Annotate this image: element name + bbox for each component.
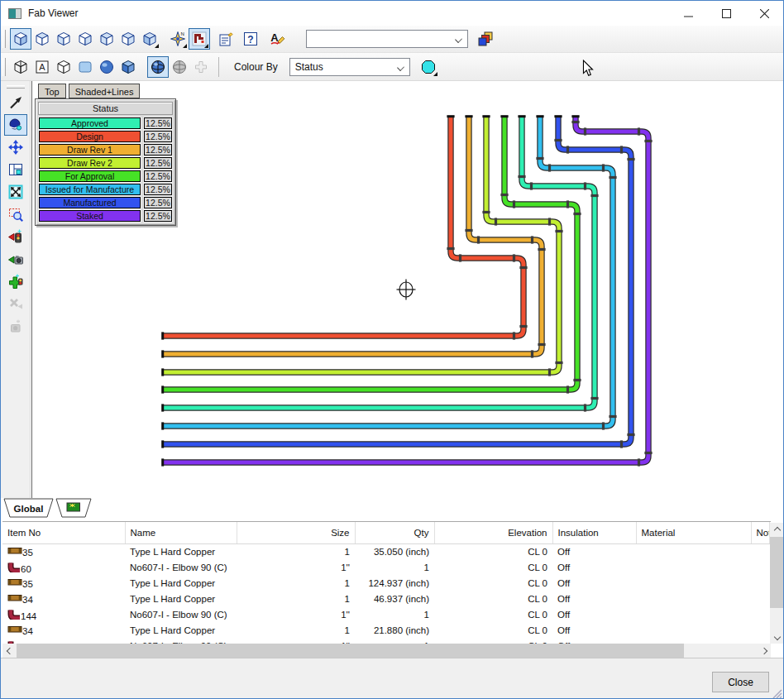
- vertical-scroll-thumb[interactable]: [770, 537, 784, 608]
- sheet-tab-global[interactable]: Global: [4, 499, 53, 517]
- view-cube-2-button[interactable]: [31, 28, 53, 50]
- render-toolbar: A Colour By Status: [1, 53, 783, 81]
- view-cube-3-button[interactable]: [53, 28, 74, 50]
- item-elevation: CL 0: [434, 560, 552, 576]
- orbit-button[interactable]: [4, 114, 27, 136]
- horizontal-scroll-thumb[interactable]: [17, 644, 684, 658]
- column-header-name[interactable]: Name: [125, 522, 237, 543]
- minimize-button[interactable]: [669, 1, 707, 26]
- hide-item-button[interactable]: [4, 226, 27, 247]
- pipe-icon: [7, 625, 22, 634]
- colour-swatch-button[interactable]: [418, 56, 439, 78]
- column-header-item-no[interactable]: Item No: [2, 522, 125, 543]
- chevron-down-icon: [397, 64, 404, 71]
- job-properties-button[interactable]: [215, 28, 237, 50]
- crosshair-icon: [193, 59, 209, 75]
- render-shaded-lines-button[interactable]: [147, 56, 169, 78]
- dropdown-corner-icon: [183, 44, 187, 48]
- scroll-left-button[interactable]: [2, 644, 17, 658]
- help-button[interactable]: ?: [240, 28, 261, 50]
- render-shaded-cube-button[interactable]: [117, 56, 139, 78]
- view-cube-4-button[interactable]: [74, 28, 96, 50]
- render-hidden-line-button[interactable]: A: [31, 56, 53, 78]
- vertical-scrollbar[interactable]: [770, 523, 784, 644]
- render-unshaded-button[interactable]: [53, 56, 74, 78]
- item-material: [636, 607, 751, 623]
- item-notes: [751, 623, 769, 639]
- render-flat-button[interactable]: [74, 56, 96, 78]
- add-item-button[interactable]: [4, 271, 27, 292]
- select-arrow-button[interactable]: [4, 92, 27, 113]
- dropdown-corner-icon: [204, 44, 208, 48]
- pan-button[interactable]: [4, 136, 27, 158]
- column-header-insulation[interactable]: Insulation: [552, 522, 636, 543]
- zoom-window-button[interactable]: [4, 203, 27, 225]
- footer-bar: Close: [1, 658, 783, 699]
- toolbar-grip[interactable]: [2, 58, 6, 76]
- scroll-down-button[interactable]: [770, 630, 784, 644]
- close-window-button[interactable]: [745, 1, 783, 26]
- maximize-button[interactable]: [707, 1, 745, 26]
- search-combobox[interactable]: [306, 30, 468, 48]
- colour-by-value: Status: [295, 61, 323, 73]
- view-cube-iso-button[interactable]: [10, 28, 31, 50]
- view-cube-5-button[interactable]: [96, 28, 117, 50]
- item-no: 35: [22, 548, 33, 558]
- render-smooth-button[interactable]: [96, 56, 117, 78]
- item-size: 1: [237, 576, 355, 591]
- view-cube-6-button[interactable]: [117, 28, 139, 50]
- items-table-body[interactable]: 35 Type L Hard Copper 1 35.050 (inch) CL…: [2, 544, 769, 644]
- pipe-run-design[interactable]: [161, 115, 527, 339]
- show-item-button[interactable]: [4, 248, 27, 270]
- render-shaded-lines-gray-button[interactable]: [169, 56, 190, 78]
- table-row[interactable]: 34 Type L Hard Copper 1 21.880 (inch) CL…: [2, 623, 769, 639]
- column-header-qty[interactable]: Qty: [355, 522, 434, 543]
- table-row[interactable]: 60 No607-I - Elbow 90 (C) 1'' 1 CL 0 Off: [2, 560, 769, 576]
- item-qty: 35.050 (inch): [355, 544, 434, 560]
- svg-text:?: ?: [247, 34, 253, 45]
- elbow-item-icon: [7, 564, 21, 574]
- table-row[interactable]: 34 Type L Hard Copper 1 46.937 (inch) CL…: [2, 591, 769, 607]
- view-cube-2-icon: [34, 31, 50, 47]
- scroll-right-button[interactable]: [757, 644, 771, 658]
- sheet-tabs: Global: [1, 498, 783, 521]
- render-unshaded-icon: [55, 59, 72, 75]
- legend-row: Draw Rev 2 12.5%: [38, 156, 173, 170]
- horizontal-scrollbar[interactable]: [2, 644, 771, 658]
- pipe-run-issued-for-manufacture[interactable]: [161, 115, 616, 429]
- toolbar-grip[interactable]: [2, 30, 6, 48]
- item-no: 60: [21, 564, 31, 574]
- toolbar-separator: [218, 57, 219, 77]
- view-tab-top[interactable]: Top: [38, 84, 66, 98]
- pipe-run-approved[interactable]: [161, 115, 598, 411]
- column-header-not[interactable]: Not: [751, 522, 769, 543]
- colour-by-combobox[interactable]: Status: [289, 58, 410, 76]
- item-size: 1: [237, 623, 355, 639]
- dropdown-corner-icon: [155, 44, 159, 48]
- scroll-up-button[interactable]: [770, 523, 784, 537]
- table-row[interactable]: 35 Type L Hard Copper 1 124.937 (inch) C…: [2, 576, 769, 591]
- compass-north-button[interactable]: N: [167, 28, 189, 50]
- column-header-elevation[interactable]: Elevation: [434, 522, 552, 543]
- render-wireframe-button[interactable]: [10, 56, 31, 78]
- close-button[interactable]: Close: [712, 672, 769, 692]
- column-header-material[interactable]: Material: [636, 522, 751, 543]
- legend-swatch: Draw Rev 1: [39, 144, 141, 156]
- fab-viewer-window: Fab Viewer N?A A Colour By Status: [0, 0, 784, 699]
- viewports-button[interactable]: [4, 159, 27, 180]
- sidebar-grip[interactable]: [7, 85, 25, 89]
- resize-grip[interactable]: [772, 688, 782, 699]
- view-tab-shaded-lines[interactable]: Shaded+Lines: [69, 84, 141, 98]
- zoom-extents-button[interactable]: [4, 181, 27, 203]
- view-cube-7-button[interactable]: [139, 28, 160, 50]
- pattern-view-button[interactable]: [189, 28, 210, 50]
- table-row[interactable]: 144 No607-I - Elbow 90 (C) 1'' 1 CL 0 Of…: [2, 607, 769, 623]
- elbow-item-icon: [7, 611, 21, 621]
- item-name: No607-I - Elbow 90 (C): [125, 607, 237, 623]
- column-header-size[interactable]: Size: [237, 522, 355, 543]
- markup-button[interactable]: A: [266, 28, 288, 50]
- layers-stack-button[interactable]: [475, 28, 496, 50]
- drawing-canvas[interactable]: TopShaded+Lines Status Approved 12.5% De…: [31, 81, 784, 498]
- table-row[interactable]: 35 Type L Hard Copper 1 35.050 (inch) CL…: [2, 544, 769, 560]
- pipe-item-icon: [7, 548, 22, 558]
